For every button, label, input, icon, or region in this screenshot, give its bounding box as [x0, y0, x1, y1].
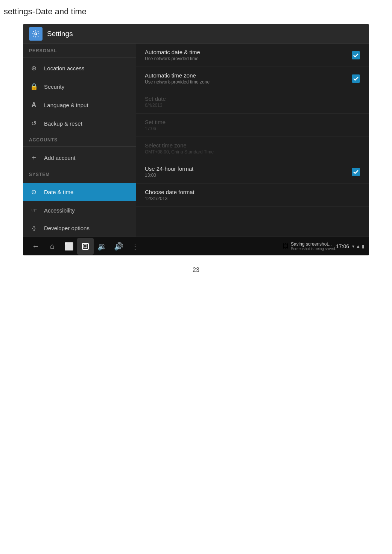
screenshot-notif-icon: 🖼	[283, 243, 289, 250]
set-time-title: Set time	[145, 119, 360, 125]
svg-rect-1	[82, 243, 88, 249]
auto-date-row[interactable]: Automatic date & time Use network-provid…	[136, 44, 369, 67]
auto-timezone-checkbox[interactable]	[352, 74, 360, 83]
auto-date-title: Automatic date & time	[145, 49, 352, 55]
select-timezone-row: Select time zone GMT+08:00, China Standa…	[136, 137, 369, 160]
sidebar-item-label: Backup & reset	[44, 120, 82, 127]
date-format-text: Choose date format 12/31/2013	[145, 189, 360, 201]
screenshot-text: Saving screenshot... Screenshot is being…	[291, 241, 336, 251]
select-timezone-text: Select time zone GMT+08:00, China Standa…	[145, 142, 360, 155]
auto-timezone-text: Automatic time zone Use network-provided…	[145, 72, 352, 85]
svg-rect-2	[84, 245, 87, 248]
set-time-row: Set time 17:06	[136, 114, 369, 137]
sidebar-item-backup[interactable]: ↺ Backup & reset	[23, 114, 136, 133]
saving-title: Saving screenshot...	[291, 241, 336, 247]
24hour-subtitle: 13:00	[145, 173, 352, 178]
recent-apps-button[interactable]: ⬜	[61, 238, 77, 255]
auto-date-text: Automatic date & time Use network-provid…	[145, 49, 352, 61]
wifi-icon: ▾	[352, 244, 354, 249]
device-frame: Settings PERSONAL ⊕ Location access 🔒 Se…	[23, 24, 369, 255]
sidebar: PERSONAL ⊕ Location access 🔒 Security A …	[23, 44, 136, 237]
sidebar-item-language[interactable]: A Language & input	[23, 96, 136, 114]
sidebar-item-label: Language & input	[44, 102, 88, 108]
svg-point-0	[35, 33, 37, 35]
select-timezone-title: Select time zone	[145, 142, 360, 149]
right-panel: Automatic date & time Use network-provid…	[136, 44, 369, 237]
home-button[interactable]: ⌂	[44, 238, 61, 255]
sidebar-item-label: Developer options	[44, 225, 90, 231]
page-footer: 23	[0, 259, 392, 281]
sidebar-item-label: Add account	[44, 155, 75, 161]
select-timezone-subtitle: GMT+08:00, China Standard Time	[145, 149, 360, 155]
sidebar-item-location[interactable]: ⊕ Location access	[23, 59, 136, 77]
sidebar-item-date-time[interactable]: ⊙ Date & time	[23, 183, 136, 201]
set-time-text: Set time 17:06	[145, 119, 360, 131]
add-account-icon: +	[29, 153, 39, 162]
sidebar-item-label: Date & time	[44, 189, 73, 195]
auto-timezone-row[interactable]: Automatic time zone Use network-provided…	[136, 67, 369, 90]
date-format-row[interactable]: Choose date format 12/31/2013	[136, 184, 369, 207]
set-time-subtitle: 17:06	[145, 126, 360, 131]
datetime-icon: ⊙	[29, 188, 39, 196]
sidebar-item-label: Security	[44, 83, 64, 90]
personal-section-label: PERSONAL	[23, 44, 136, 56]
set-date-title: Set date	[145, 96, 360, 102]
language-icon: A	[29, 101, 39, 109]
sidebar-item-security[interactable]: 🔒 Security	[23, 77, 136, 96]
date-format-subtitle: 12/31/2013	[145, 196, 360, 201]
24hour-text: Use 24-hour format 13:00	[145, 165, 352, 178]
status-area: 17:06 ▾ ▲ ▮	[336, 243, 365, 249]
auto-date-subtitle: Use network-provided time	[145, 56, 352, 61]
accessibility-icon: ☞	[29, 206, 39, 214]
24hour-title: Use 24-hour format	[145, 165, 352, 172]
signal-icon: ▲	[356, 244, 360, 249]
header-title: Settings	[47, 30, 73, 38]
auto-timezone-subtitle: Use network-provided time zone	[145, 79, 352, 85]
back-button[interactable]: ←	[27, 238, 44, 255]
security-icon: 🔒	[29, 83, 39, 91]
main-content: PERSONAL ⊕ Location access 🔒 Security A …	[23, 44, 369, 237]
backup-icon: ↺	[29, 120, 39, 127]
accounts-section-label: ACCOUNTS	[23, 133, 136, 145]
auto-date-checkbox[interactable]	[352, 51, 360, 59]
status-icons: ▾ ▲ ▮	[352, 244, 365, 249]
sidebar-item-developer[interactable]: {} Developer options	[23, 220, 136, 237]
set-date-text: Set date 6/4/2013	[145, 96, 360, 108]
vol-up-button[interactable]: 🔊	[110, 238, 127, 255]
developer-icon: {}	[29, 225, 39, 231]
battery-icon: ▮	[362, 244, 365, 249]
set-date-subtitle: 6/4/2013	[145, 103, 360, 108]
settings-app-icon	[29, 27, 43, 41]
screenshot-button[interactable]	[77, 238, 94, 255]
24hour-checkbox[interactable]	[352, 168, 360, 176]
more-button[interactable]: ⋮	[127, 238, 143, 255]
sidebar-item-add-account[interactable]: + Add account	[23, 148, 136, 167]
sidebar-item-label: Location access	[44, 65, 85, 71]
status-time: 17:06	[336, 243, 349, 249]
saving-subtitle: Screenshot is being saved.	[291, 247, 336, 251]
sidebar-item-accessibility[interactable]: ☞ Accessibility	[23, 201, 136, 220]
location-icon: ⊕	[29, 64, 39, 72]
page-title: settings-Date and time	[0, 0, 392, 20]
sidebar-item-label: Accessibility	[44, 207, 75, 214]
set-date-row: Set date 6/4/2013	[136, 90, 369, 114]
24hour-row[interactable]: Use 24-hour format 13:00	[136, 160, 369, 184]
system-section-label: SYSTEM	[23, 167, 136, 179]
vol-down-button[interactable]: 🔉	[94, 238, 110, 255]
header-bar: Settings	[23, 24, 369, 44]
auto-timezone-title: Automatic time zone	[145, 72, 352, 79]
screenshot-notification: 🖼 Saving screenshot... Screenshot is bei…	[283, 241, 336, 251]
date-format-title: Choose date format	[145, 189, 360, 195]
nav-bar: ← ⌂ ⬜ 🔉 🔊 ⋮ 🖼 Saving screenshot... Scree…	[23, 237, 369, 255]
